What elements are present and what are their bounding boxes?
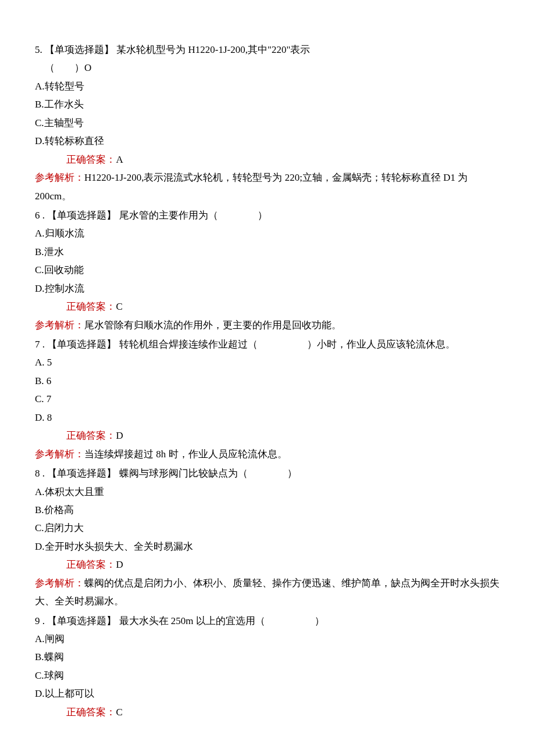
- option-c: C.球阀: [35, 667, 500, 685]
- answer-line: 正确答案：D: [35, 427, 500, 445]
- question-tag: 【单项选择题】: [45, 44, 114, 55]
- option-c: C.启闭力大: [35, 519, 500, 537]
- question-tag: 【单项选择题】: [47, 468, 116, 479]
- option-b: B.工作水头: [35, 95, 500, 113]
- answer-label: 正确答案：: [66, 154, 116, 165]
- option-c: C. 7: [35, 390, 500, 408]
- explain-label: 参考解析：: [35, 172, 84, 183]
- question-text-line2: （ ）O: [35, 59, 500, 77]
- answer-line: 正确答案：A: [35, 151, 500, 169]
- option-d: D.转轮标称直径: [35, 132, 500, 150]
- question-text: 蝶阀与球形阀门比较缺点为（ ）: [119, 468, 297, 479]
- question-stem: 6 . 【单项选择题】 尾水管的主要作用为（ ）: [35, 206, 500, 224]
- answer-value: D: [116, 559, 123, 570]
- explain-label: 参考解析：: [35, 320, 84, 331]
- question-tag: 【单项选择题】: [47, 615, 116, 626]
- question-stem: 7 . 【单项选择题】 转轮机组合焊接连续作业超过（ ）小时，作业人员应该轮流休…: [35, 335, 500, 353]
- question-number: 7 .: [35, 339, 45, 350]
- question-number: 6 .: [35, 210, 45, 221]
- option-a: A.转轮型号: [35, 77, 500, 95]
- explain-label: 参考解析：: [35, 449, 84, 460]
- option-b: B.蝶阀: [35, 648, 500, 666]
- explain-text: 尾水管除有归顺水流的作用外，更主要的作用是回收功能。: [84, 320, 341, 331]
- explain-label: 参考解析：: [35, 578, 84, 589]
- answer-label: 正确答案：: [66, 430, 116, 441]
- explain-line: 参考解析：尾水管除有归顺水流的作用外，更主要的作用是回收功能。: [35, 316, 500, 334]
- explain-line: 参考解析：H1220-1J-200,表示混流式水轮机，转轮型号为 220;立轴，…: [35, 169, 500, 205]
- option-d: D.全开时水头损失大、全关时易漏水: [35, 538, 500, 556]
- answer-label: 正确答案：: [66, 707, 116, 718]
- answer-label: 正确答案：: [66, 301, 116, 312]
- question-tag: 【单项选择题】: [47, 210, 116, 221]
- question-stem: 9 . 【单项选择题】 最大水头在 250m 以上的宜选用（ ）: [35, 612, 500, 630]
- option-a: A. 5: [35, 353, 500, 371]
- explain-line: 参考解析：当连续焊接超过 8h 时，作业人员应轮流休息。: [35, 445, 500, 463]
- question-text: 某水轮机型号为 H1220-1J-200,其中"220"表示: [116, 44, 310, 55]
- option-d: D.以上都可以: [35, 685, 500, 703]
- option-c: C.回收动能: [35, 261, 500, 279]
- answer-line: 正确答案：D: [35, 556, 500, 574]
- question-6: 6 . 【单项选择题】 尾水管的主要作用为（ ） A.归顺水流 B.泄水 C.回…: [35, 206, 500, 334]
- answer-value: C: [116, 707, 122, 718]
- question-7: 7 . 【单项选择题】 转轮机组合焊接连续作业超过（ ）小时，作业人员应该轮流休…: [35, 335, 500, 463]
- question-stem: 8 . 【单项选择题】 蝶阀与球形阀门比较缺点为（ ）: [35, 464, 500, 482]
- answer-line: 正确答案：C: [35, 298, 500, 316]
- question-9: 9 . 【单项选择题】 最大水头在 250m 以上的宜选用（ ） A.闸阀 B.…: [35, 612, 500, 722]
- option-b: B.价格高: [35, 501, 500, 519]
- question-stem: 5. 【单项选择题】 某水轮机型号为 H1220-1J-200,其中"220"表…: [35, 41, 500, 59]
- answer-value: D: [116, 430, 123, 441]
- question-number: 9 .: [35, 615, 45, 626]
- answer-line: 正确答案：C: [35, 703, 500, 721]
- explain-text: 当连续焊接超过 8h 时，作业人员应轮流休息。: [84, 449, 287, 460]
- option-a: A.闸阀: [35, 630, 500, 648]
- question-5: 5. 【单项选择题】 某水轮机型号为 H1220-1J-200,其中"220"表…: [35, 41, 500, 205]
- option-b: B. 6: [35, 372, 500, 390]
- explain-text: 蝶阀的优点是启闭力小、体积小、质量轻、操作方便迅速、维护简单，缺点为阀全开时水头…: [35, 578, 500, 607]
- answer-value: C: [116, 301, 122, 312]
- option-b: B.泄水: [35, 243, 500, 261]
- answer-value: A: [116, 154, 123, 165]
- option-d: D. 8: [35, 409, 500, 427]
- question-8: 8 . 【单项选择题】 蝶阀与球形阀门比较缺点为（ ） A.体积太大且重 B.价…: [35, 464, 500, 611]
- explain-text: H1220-1J-200,表示混流式水轮机，转轮型号为 220;立轴，金属蜗壳；…: [35, 172, 468, 201]
- question-text: 尾水管的主要作用为（ ）: [119, 210, 268, 221]
- question-number: 8 .: [35, 468, 45, 479]
- explain-line: 参考解析：蝶阀的优点是启闭力小、体积小、质量轻、操作方便迅速、维护简单，缺点为阀…: [35, 574, 500, 611]
- option-a: A.体积太大且重: [35, 483, 500, 501]
- question-tag: 【单项选择题】: [47, 339, 116, 350]
- option-c: C.主轴型号: [35, 114, 500, 132]
- question-text: 转轮机组合焊接连续作业超过（ ）小时，作业人员应该轮流休息。: [119, 339, 455, 350]
- answer-label: 正确答案：: [66, 559, 116, 570]
- option-d: D.控制水流: [35, 280, 500, 298]
- question-number: 5.: [35, 44, 42, 55]
- option-a: A.归顺水流: [35, 224, 500, 242]
- question-text: 最大水头在 250m 以上的宜选用（ ）: [119, 615, 324, 626]
